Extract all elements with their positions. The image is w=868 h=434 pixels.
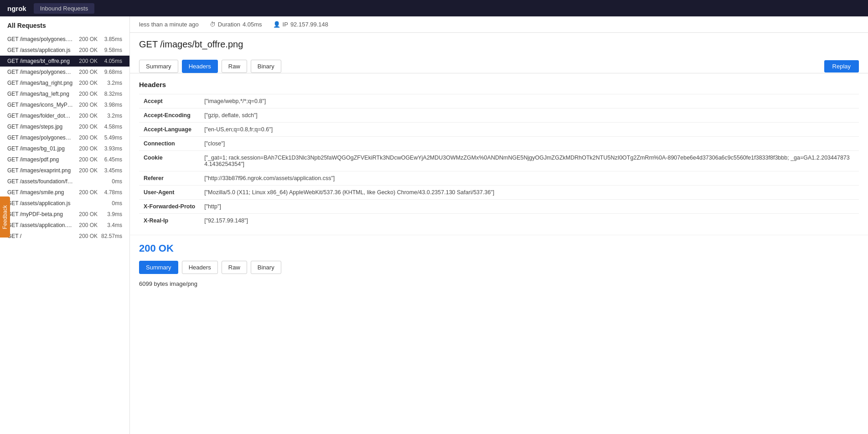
req-time: 0ms [100,200,122,207]
response-tab-raw[interactable]: Raw [222,261,247,274]
request-row[interactable]: GET /images/folder_dots.png 200 OK 3.2ms [0,110,129,121]
request-row[interactable]: GET /images/polygones_03.jpg 200 OK 9.68… [0,67,129,78]
duration-label: Duration [218,21,240,28]
request-row[interactable]: GET / 200 OK 82.57ms [0,231,129,242]
replay-button[interactable]: Replay [824,60,859,72]
header-key: X-Forwarded-Proto [139,200,200,214]
req-path: GET /assets/application.js [7,200,73,207]
request-row[interactable]: GET /images/icons_MyPDF.png 200 OK 3.98m… [0,99,129,110]
req-status: 200 OK [76,102,98,108]
response-tab-headers[interactable]: Headers [182,261,218,274]
req-time: 9.58ms [100,47,122,53]
tab-raw[interactable]: Raw [222,60,247,73]
request-row[interactable]: GET /images/bg_01.jpg 200 OK 3.93ms [0,143,129,154]
request-row[interactable]: GET /images/tag_right.png 200 OK 3.2ms [0,78,129,88]
topnav: ngrok Inbound Requests [0,0,868,16]
req-time: 4.58ms [100,124,122,130]
request-row[interactable]: GET /images/tag_left.png 200 OK 8.32ms [0,88,129,99]
req-path: GET /images/steps.jpg [7,124,73,130]
left-panel: All Requests GET /images/polygones.png 2… [0,16,130,434]
ip-value: 92.157.99.148 [290,21,328,28]
req-path: GET /images/smile.png [7,189,73,196]
req-time: 6.45ms [100,156,122,163]
req-time: 3.93ms [100,145,122,152]
request-row[interactable]: GET /assets/application.css 200 OK 3.4ms [0,220,129,231]
req-status: 200 OK [76,134,98,141]
feedback-label: Feedback [2,205,8,229]
request-row[interactable]: GET /assets/application.js 0ms [0,198,129,209]
header-value: ["92.157.99.148"] [200,214,859,228]
request-row[interactable]: GET /images/polygones.png 200 OK 3.85ms [0,34,129,45]
request-row[interactable]: GET /assets/application.js 200 OK 9.58ms [0,45,129,56]
req-path: GET /assets/application.css [7,222,73,228]
req-path: GET /images/icons_MyPDF.png [7,102,73,108]
req-path: GET /images/tag_left.png [7,91,73,97]
ip-label: IP [283,21,288,28]
req-path: GET /images/exaprint.png [7,167,73,174]
header-row: Accept ["image/webp,*/*;q=0.8"] [139,94,859,108]
header-value: ["en-US,en;q=0.8,fr;q=0.6"] [200,123,859,137]
header-key: User-Agent [139,186,200,200]
duration-item: ⏱ Duration 4.05ms [210,21,262,28]
req-status: 200 OK [76,113,98,119]
ip-item: 👤 IP 92.157.99.148 [273,21,328,28]
req-status: 200 OK [76,233,98,239]
brand-logo: ngrok [7,5,26,12]
response-bytes: 6099 bytes image/png [139,280,859,287]
request-row[interactable]: GET /images/pdf.png 200 OK 6.45ms [0,154,129,165]
req-status: 200 OK [76,189,98,196]
response-tab-binary[interactable]: Binary [251,261,281,274]
req-status: 200 OK [76,211,98,217]
req-path: GET /images/polygones_03.jpg [7,69,73,75]
request-row[interactable]: GET /images/bt_offre.png 200 OK 4.05ms [0,56,129,67]
request-title: GET /images/bt_offre.png [139,39,859,50]
req-time: 3.45ms [100,167,122,174]
headers-section-title: Headers [139,81,859,88]
header-key: Accept-Encoding [139,108,200,123]
response-status: 200 OK [139,243,859,254]
header-row: User-Agent ["Mozilla/5.0 (X11; Linux x86… [139,186,859,200]
request-row[interactable]: GET /myPDF-beta.png 200 OK 3.9ms [0,209,129,220]
request-row[interactable]: GET /images/smile.png 200 OK 4.78ms [0,187,129,198]
request-row[interactable]: GET /assets/foundation/foundation.css 0m… [0,176,129,187]
tab-headers[interactable]: Headers [182,60,218,73]
req-status: 200 OK [76,156,98,163]
req-status: 200 OK [76,58,98,64]
request-title-section: GET /images/bt_offre.png [130,33,868,50]
req-path: GET /images/tag_right.png [7,80,73,86]
req-path: GET /images/bt_offre.png [7,58,73,64]
header-row: Accept-Language ["en-US,en;q=0.8,fr;q=0.… [139,123,859,137]
inbound-requests-tab[interactable]: Inbound Requests [34,3,95,14]
req-path: GET / [7,233,73,239]
all-requests-title: All Requests [0,22,129,34]
req-time: 4.78ms [100,189,122,196]
header-key: Connection [139,137,200,151]
req-status: 200 OK [76,47,98,53]
header-row: X-Forwarded-Proto ["http"] [139,200,859,214]
header-value: ["image/webp,*/*;q=0.8"] [200,94,859,108]
headers-table: Accept ["image/webp,*/*;q=0.8"] Accept-E… [139,94,859,227]
request-row[interactable]: GET /images/steps.jpg 200 OK 4.58ms [0,121,129,132]
timestamp: less than a minute ago [139,21,199,28]
headers-section: Headers Accept ["image/webp,*/*;q=0.8"] … [130,73,868,235]
header-row: X-Real-Ip ["92.157.99.148"] [139,214,859,228]
response-section: 200 OK SummaryHeadersRawBinary 6099 byte… [130,235,868,294]
req-status: 200 OK [76,167,98,174]
req-path: GET /assets/foundation/foundation.css [7,178,73,185]
duration-value: 4.05ms [243,21,262,28]
header-value: ["http://33b87f96.ngrok.com/assets/appli… [200,171,859,186]
req-time: 3.2ms [100,80,122,86]
req-time: 3.2ms [100,113,122,119]
tab-summary[interactable]: Summary [139,60,178,73]
req-path: GET /myPDF-beta.png [7,211,73,217]
req-time: 5.49ms [100,134,122,141]
tab-binary[interactable]: Binary [251,60,281,73]
request-row[interactable]: GET /images/polygones_02.jpg 200 OK 5.49… [0,132,129,143]
header-value: ["close"] [200,137,859,151]
request-row[interactable]: GET /images/exaprint.png 200 OK 3.45ms [0,165,129,176]
response-tabs: SummaryHeadersRawBinary [139,261,283,274]
header-row: Connection ["close"] [139,137,859,151]
main-layout: All Requests GET /images/polygones.png 2… [0,16,868,434]
feedback-tab[interactable]: Feedback [0,196,10,238]
response-tab-summary[interactable]: Summary [139,261,178,274]
